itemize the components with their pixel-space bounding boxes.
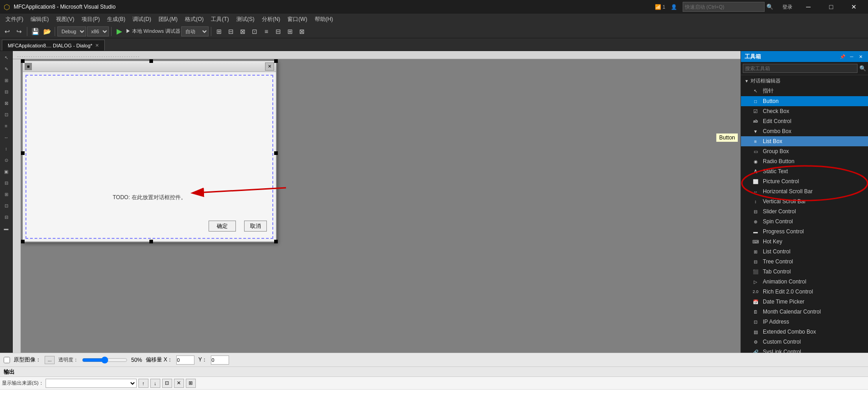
toolbox-item-checkbox[interactable]: ☑ Check Box xyxy=(741,106,868,116)
menu-format[interactable]: 格式(O) xyxy=(181,14,207,25)
tab-close-button[interactable]: ✕ xyxy=(95,43,99,48)
output-btn-3[interactable]: ⊡ xyxy=(162,379,172,388)
toolbox-item-customcontrol[interactable]: ⚙ Custom Control xyxy=(741,337,868,347)
run-button[interactable]: ▶ xyxy=(114,26,125,37)
output-btn-2[interactable]: ↓ xyxy=(150,379,160,388)
toolbox-item-datetimepicker[interactable]: 📅 Date Time Picker xyxy=(741,297,868,307)
login-label[interactable]: 登录 xyxy=(782,4,792,10)
dialog-ok-button[interactable]: 确定 xyxy=(209,221,236,232)
toolbox-item-richedit[interactable]: 2.0 Rich Edit 2.0 Control xyxy=(741,287,868,297)
menu-team[interactable]: 团队(M) xyxy=(155,14,181,25)
toolbox-item-tabcontrol[interactable]: ⬛ Tab Control xyxy=(741,267,868,277)
quick-launch-input[interactable] xyxy=(683,2,765,12)
toolbox-search-input[interactable] xyxy=(743,64,858,73)
dialog-close-button[interactable]: ✕ xyxy=(265,62,274,71)
toolbar-btn-3[interactable]: 💾 xyxy=(30,26,41,37)
prototype-browse-button[interactable]: ... xyxy=(45,356,55,364)
toolbar-btn-1[interactable]: ↩ xyxy=(2,26,13,37)
sidebar-btn-14[interactable]: ⊡ xyxy=(1,200,12,211)
menu-project[interactable]: 项目(P) xyxy=(78,14,103,25)
prototype-checkbox[interactable] xyxy=(4,357,10,363)
toolbox-pin-button[interactable]: 📌 xyxy=(839,53,846,60)
menu-window[interactable]: 窗口(W) xyxy=(284,14,311,25)
toolbox-item-spincontrol[interactable]: ⊕ Spin Control xyxy=(741,216,868,227)
toolbox-item-listbox[interactable]: ≡ List Box xyxy=(741,136,868,146)
resize-handle-sw[interactable] xyxy=(21,240,25,243)
toolbox-section-header[interactable]: ▼ 对话框编辑器 xyxy=(741,76,868,86)
sidebar-btn-3[interactable]: ⊞ xyxy=(1,75,12,86)
toolbar-btn-2[interactable]: ↪ xyxy=(14,26,25,37)
toolbox-item-groupbox[interactable]: ▭ Group Box xyxy=(741,146,868,156)
toolbox-close-button[interactable]: ✕ xyxy=(857,53,864,60)
opacity-slider[interactable] xyxy=(82,356,128,364)
toolbox-item-syslinkcontrol[interactable]: 🔗 SysLink Control xyxy=(741,347,868,353)
toolbox-item-editcontrol[interactable]: ab Edit Control xyxy=(741,116,868,126)
auto-combo[interactable]: 自动 xyxy=(181,26,209,36)
toolbox-item-combobox[interactable]: ▼ Combo Box xyxy=(741,126,868,136)
toolbox-item-slidercontrol[interactable]: ⊟ Slider Control xyxy=(741,206,868,216)
minimize-button[interactable]: ─ xyxy=(798,0,819,14)
toolbox-item-button[interactable]: □ Button xyxy=(741,96,868,106)
sidebar-btn-5[interactable]: ⊠ xyxy=(1,98,12,108)
menu-analyze[interactable]: 分析(N) xyxy=(258,14,284,25)
toolbar-btn-4[interactable]: 📂 xyxy=(41,26,52,37)
menu-view[interactable]: 视图(V) xyxy=(52,14,78,25)
toolbox-item-picturecontrol[interactable]: ⬜ Picture Control xyxy=(741,176,868,186)
toolbar-btn-6[interactable]: ⊟ xyxy=(225,26,236,37)
sidebar-btn-11[interactable]: ▣ xyxy=(1,166,12,177)
toolbar-btn-10[interactable]: ⊟ xyxy=(273,26,284,37)
menu-file[interactable]: 文件(F) xyxy=(2,14,27,25)
maximize-button[interactable]: □ xyxy=(821,0,842,14)
toolbar-btn-7[interactable]: ⊠ xyxy=(237,26,248,37)
offset-x-input[interactable] xyxy=(176,355,194,365)
resize-handle-ne[interactable] xyxy=(274,59,278,63)
resize-handle-s[interactable] xyxy=(149,240,153,243)
toolbox-item-radiobutton[interactable]: ◉ Radio Button xyxy=(741,156,868,166)
sidebar-btn-13[interactable]: ⊞ xyxy=(1,189,12,200)
toolbox-item-extcombobox[interactable]: ▤ Extended Combo Box xyxy=(741,327,868,337)
toolbar-btn-5[interactable]: ⊞ xyxy=(214,26,225,37)
toolbox-item-pointer[interactable]: ↖ 指针 xyxy=(741,86,868,96)
sidebar-btn-15[interactable]: ⊟ xyxy=(1,211,12,222)
dialog-cancel-button[interactable]: 取消 xyxy=(244,221,267,232)
resize-handle-n[interactable] xyxy=(149,59,153,63)
sidebar-btn-16[interactable]: ▬ xyxy=(1,223,12,234)
sidebar-btn-1[interactable]: ↖ xyxy=(1,52,12,63)
toolbox-item-animationcontrol[interactable]: ▷ Animation Control xyxy=(741,277,868,287)
menu-tools[interactable]: 工具(T) xyxy=(207,14,232,25)
toolbox-item-progresscontrol[interactable]: ▬ Progress Control xyxy=(741,227,868,237)
sidebar-btn-10[interactable]: ⊙ xyxy=(1,154,12,165)
toolbar-btn-12[interactable]: ⊠ xyxy=(296,26,307,37)
resize-handle-nw[interactable] xyxy=(21,59,25,63)
menu-edit[interactable]: 编辑(E) xyxy=(27,14,52,25)
menu-debug[interactable]: 调试(D) xyxy=(129,14,155,25)
menu-build[interactable]: 生成(B) xyxy=(103,14,129,25)
toolbox-item-hscrollbar[interactable]: ↔ Horizontal Scroll Bar xyxy=(741,186,868,196)
toolbox-item-statictext[interactable]: A Static Text xyxy=(741,166,868,176)
toolbar-btn-8[interactable]: ⊡ xyxy=(249,26,260,37)
offset-y-input[interactable] xyxy=(211,355,229,365)
sidebar-btn-4[interactable]: ⊟ xyxy=(1,86,12,97)
resize-handle-se[interactable] xyxy=(274,240,278,243)
toolbox-item-listcontrol[interactable]: ⊞ List Control xyxy=(741,247,868,257)
platform-combo[interactable]: x86 xyxy=(87,26,109,36)
toolbox-item-vscrollbar[interactable]: ↕ Vertical Scroll Bar xyxy=(741,196,868,206)
toolbox-item-hotkey[interactable]: ⌨ Hot Key xyxy=(741,237,868,247)
resize-handle-w[interactable] xyxy=(21,151,25,155)
menu-test[interactable]: 测试(S) xyxy=(233,14,258,25)
output-btn-5[interactable]: ⊞ xyxy=(186,379,196,388)
close-button[interactable]: ✕ xyxy=(843,0,864,14)
output-btn-4[interactable]: ✕ xyxy=(174,379,184,388)
menu-help[interactable]: 帮助(H) xyxy=(311,14,337,25)
toolbox-item-treecontrol[interactable]: ⊟ Tree Control xyxy=(741,257,868,267)
tab-dialog[interactable]: MFCApplication8.... DIALOG - Dialog* ✕ xyxy=(2,40,105,51)
sidebar-btn-6[interactable]: ⊡ xyxy=(1,109,12,120)
toolbox-item-monthcalendar[interactable]: 🗓 Month Calendar Control xyxy=(741,307,868,317)
debug-config-combo[interactable]: Debug xyxy=(57,26,86,36)
toolbar-btn-9[interactable]: ≡ xyxy=(261,26,272,37)
sidebar-btn-7[interactable]: ≡ xyxy=(1,120,12,131)
toolbox-minimize-button[interactable]: ─ xyxy=(848,53,855,60)
resize-handle-e[interactable] xyxy=(274,151,278,155)
output-btn-1[interactable]: ↑ xyxy=(138,379,148,388)
sidebar-btn-8[interactable]: ↔ xyxy=(1,132,12,143)
